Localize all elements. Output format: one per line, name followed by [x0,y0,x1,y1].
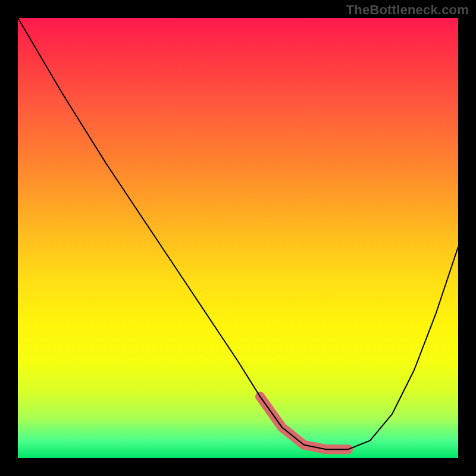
watermark-text: TheBottleneck.com [346,2,469,18]
curve-svg [18,18,458,458]
chart-frame: TheBottleneck.com [0,0,476,476]
curve-accent [260,396,348,449]
curve-line [18,18,458,449]
plot-area [18,18,458,458]
